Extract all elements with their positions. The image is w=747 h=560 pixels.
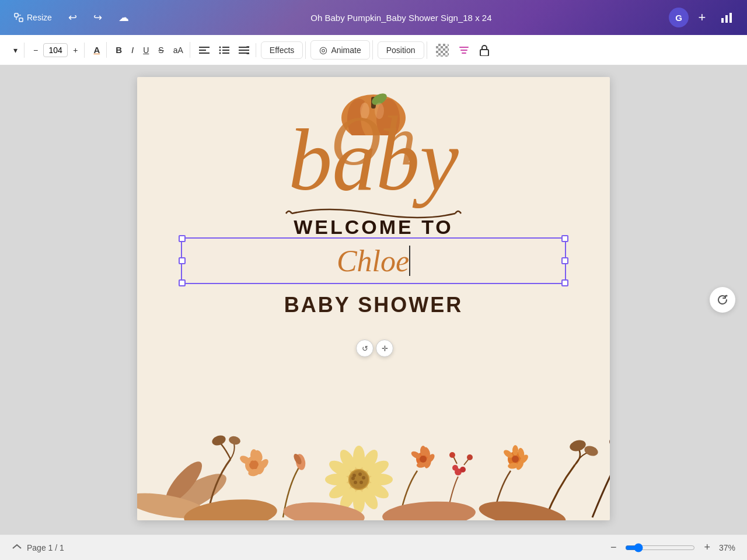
analytics-button[interactable]: [715, 9, 738, 26]
redo-button[interactable]: ↪: [89, 9, 107, 26]
svg-point-59: [358, 473, 362, 476]
plus-icon: +: [73, 46, 78, 55]
font-color-button[interactable]: A: [89, 42, 104, 58]
zoom-slider[interactable]: [625, 543, 695, 552]
canvas[interactable]: Oh baby WELCOME TO Chloe: [137, 77, 610, 520]
baby-shower-text: BABY SHOWER: [137, 293, 610, 317]
svg-rect-1: [19, 18, 23, 22]
svg-point-73: [460, 467, 466, 473]
transparency-button[interactable]: [432, 41, 453, 60]
font-size-group: − +: [27, 43, 85, 58]
cloud-save-button[interactable]: ☁: [114, 9, 134, 26]
font-size-increase-button[interactable]: +: [69, 43, 82, 58]
svg-rect-6: [729, 13, 732, 23]
topbar-right: G +: [669, 8, 738, 27]
mini-move-button[interactable]: ✛: [376, 340, 393, 357]
text-format-group: B I U S aA: [109, 42, 190, 58]
bold-button[interactable]: B: [111, 42, 126, 58]
svg-point-87: [568, 439, 587, 453]
italic-button[interactable]: I: [127, 42, 138, 58]
cloud-icon: ☁: [118, 11, 129, 24]
animate-group: ◎ Animate: [308, 40, 372, 60]
case-icon: aA: [173, 46, 183, 55]
svg-rect-5: [725, 15, 728, 23]
page-up-button[interactable]: [12, 542, 22, 553]
name-text: Chloe: [337, 244, 409, 278]
undo-button[interactable]: ↩: [64, 9, 82, 26]
line-height-button[interactable]: [235, 43, 253, 57]
effects-group: Effects: [259, 41, 306, 59]
zoom-out-button[interactable]: −: [606, 538, 621, 556]
right-sidebar: [710, 287, 735, 313]
main-area: Oh baby WELCOME TO Chloe: [0, 65, 747, 534]
svg-point-14: [219, 52, 221, 54]
resize-button[interactable]: Resize: [9, 10, 57, 24]
handle-top-left[interactable]: [179, 235, 186, 242]
bold-icon: B: [116, 45, 122, 55]
font-color-group: A: [87, 42, 107, 58]
handle-bottom-left[interactable]: [179, 279, 186, 286]
alignment-group: [193, 43, 256, 57]
chevron-down-icon: ▾: [13, 46, 18, 55]
list-button[interactable]: [215, 43, 233, 57]
avatar[interactable]: G: [669, 8, 689, 27]
page-indicator: Page 1 / 1: [27, 543, 64, 552]
svg-line-77: [453, 457, 457, 464]
chart-icon: [720, 11, 733, 24]
svg-point-95: [726, 295, 728, 297]
position-button[interactable]: Position: [378, 41, 424, 59]
animate-button[interactable]: ◎ Animate: [310, 40, 369, 60]
position-label: Position: [386, 46, 416, 55]
handle-middle-left[interactable]: [179, 257, 186, 264]
svg-point-80: [512, 445, 518, 456]
svg-point-74: [452, 465, 458, 471]
svg-point-10: [219, 46, 221, 48]
svg-point-78: [449, 452, 455, 458]
svg-point-12: [219, 49, 221, 51]
svg-point-31: [211, 433, 227, 447]
svg-line-75: [464, 459, 469, 465]
lock-button[interactable]: [475, 41, 494, 59]
line-height-icon: [239, 46, 249, 54]
handle-bottom-right[interactable]: [561, 279, 568, 286]
add-button[interactable]: +: [693, 9, 711, 26]
topbar: Resize ↩ ↪ ☁ Oh Baby Pumpkin_Baby Shower…: [0, 0, 747, 35]
name-text-box[interactable]: Chloe: [181, 237, 566, 284]
handle-top-right[interactable]: [561, 235, 568, 242]
zoom-percentage: 37%: [719, 543, 735, 552]
svg-point-86: [512, 456, 519, 463]
font-size-decrease-button[interactable]: −: [29, 43, 42, 58]
redo-icon: ↪: [93, 11, 102, 24]
text-cursor: [409, 246, 410, 276]
svg-rect-4: [721, 18, 724, 23]
svg-rect-0: [15, 13, 18, 17]
effects-button[interactable]: Effects: [261, 41, 303, 59]
align-left-icon: [199, 46, 210, 54]
animate-label: Animate: [331, 46, 361, 55]
zoom-in-button[interactable]: +: [700, 538, 714, 556]
right-icons-group: [430, 41, 496, 60]
lock-icon: [479, 44, 490, 56]
font-color-label: A: [93, 45, 100, 55]
effects-label: Effects: [270, 46, 295, 55]
chevron-up-icon: [12, 542, 22, 551]
zoom-area: − + 37%: [606, 538, 735, 556]
underline-button[interactable]: U: [139, 43, 153, 58]
case-button[interactable]: aA: [169, 43, 187, 58]
svg-point-88: [583, 444, 599, 457]
canvas-container: Oh baby WELCOME TO Chloe: [0, 65, 747, 534]
font-size-input[interactable]: [43, 43, 68, 57]
filter-button[interactable]: [454, 41, 474, 59]
svg-point-71: [420, 456, 427, 463]
strikethrough-button[interactable]: S: [154, 43, 167, 58]
align-left-button[interactable]: [195, 43, 214, 57]
mini-rotate-button[interactable]: ↺: [356, 340, 374, 357]
resize-icon: [14, 13, 23, 22]
animate-ring-icon: ◎: [319, 44, 327, 55]
handle-middle-right[interactable]: [561, 257, 568, 264]
ai-refresh-button[interactable]: [710, 287, 735, 313]
rotate-icon: ↺: [362, 344, 368, 353]
svg-point-63: [351, 477, 355, 480]
font-dropdown-button[interactable]: ▾: [9, 43, 22, 58]
document-title: Oh Baby Pumpkin_Baby Shower Sign_18 x 24: [141, 13, 662, 23]
